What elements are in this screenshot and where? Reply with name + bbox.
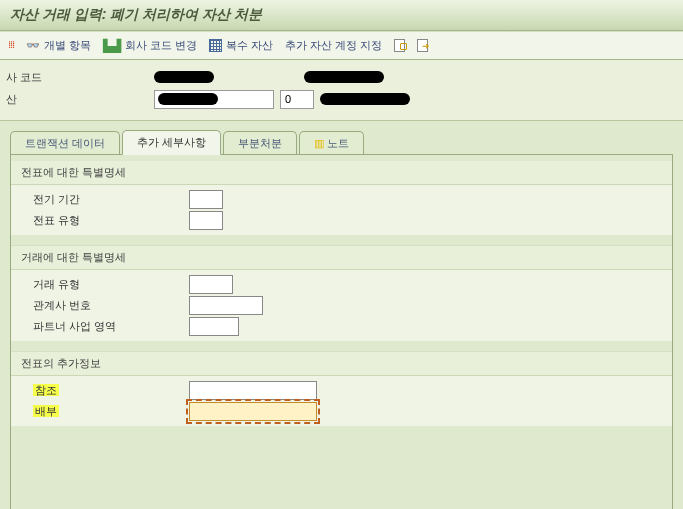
company-code-label: 사 코드	[4, 70, 154, 85]
asset-desc	[320, 93, 410, 105]
window-title: 자산 거래 입력: 폐기 처리하여 자산 처분	[0, 0, 683, 31]
tab-strip: 트랜잭션 데이터 추가 세부사항 부분처분 ▥노트	[10, 129, 673, 154]
org-icon: ▙▟	[103, 39, 121, 53]
table-icon	[209, 39, 222, 52]
multi-asset-label: 복수 자산	[226, 38, 273, 53]
company-code-value	[154, 71, 214, 83]
reference-input[interactable]	[189, 381, 317, 400]
tab-note[interactable]: ▥노트	[299, 131, 364, 155]
group-doc-addinfo-header: 전표의 추가정보	[11, 351, 672, 376]
company-code-change-label: 회사 코드 변경	[125, 38, 197, 53]
items-icon: ⁞⁞⁞	[8, 39, 22, 53]
posting-period-label: 전기 기간	[13, 192, 189, 207]
assignment-label: 배부	[13, 404, 189, 419]
assignment-input[interactable]	[189, 402, 317, 421]
note-icon: ▥	[314, 137, 324, 149]
add-asset-account-button[interactable]: 추가 자산 계정 지정	[285, 38, 382, 53]
company-code-change-button[interactable]: ▙▟ 회사 코드 변경	[103, 38, 197, 53]
partner-biz-label: 파트너 사업 영역	[13, 319, 189, 334]
toolbar: ⁞⁞⁞ 👓 개별 항목 ▙▟ 회사 코드 변경 복수 자산 추가 자산 계정 지…	[0, 31, 683, 60]
asset-label: 산	[4, 92, 154, 107]
doc-type-input[interactable]	[189, 211, 223, 230]
reference-label: 참조	[13, 383, 189, 398]
group-doc-special-header: 전표에 대한 특별명세	[11, 161, 672, 185]
asset-main-redact	[158, 93, 218, 105]
tab-note-label: 노트	[327, 137, 349, 149]
doc-type-label: 전표 유형	[13, 213, 189, 228]
header-form: 사 코드 산	[0, 60, 683, 121]
group-tx-special-header: 거래에 대한 특별명세	[11, 245, 672, 270]
tab-partial-disposal[interactable]: 부분처분	[223, 131, 297, 155]
glasses-icon: 👓	[26, 39, 40, 52]
tab-panel: 전표에 대한 특별명세 전기 기간 전표 유형 거래에 대한 특별명세 거래 유…	[10, 154, 673, 509]
individual-items-button[interactable]: ⁞⁞⁞ 👓 개별 항목	[8, 38, 91, 53]
doc-gear-icon	[394, 39, 405, 52]
tx-type-label: 거래 유형	[13, 277, 189, 292]
company-code-desc	[304, 71, 384, 83]
doc-export-button[interactable]	[417, 39, 428, 52]
posting-period-input[interactable]	[189, 190, 223, 209]
doc-arrow-icon	[417, 39, 428, 52]
affiliate-no-input[interactable]	[189, 296, 263, 315]
asset-sub-input[interactable]	[280, 90, 314, 109]
tx-type-input[interactable]	[189, 275, 233, 294]
individual-items-label: 개별 항목	[44, 38, 91, 53]
add-asset-account-label: 추가 자산 계정 지정	[285, 38, 382, 53]
affiliate-no-label: 관계사 번호	[13, 298, 189, 313]
tab-additional-details[interactable]: 추가 세부사항	[122, 130, 221, 155]
tab-transaction-data[interactable]: 트랜잭션 데이터	[10, 131, 120, 155]
partner-biz-input[interactable]	[189, 317, 239, 336]
doc-settings-button[interactable]	[394, 39, 405, 52]
multi-asset-button[interactable]: 복수 자산	[209, 38, 273, 53]
